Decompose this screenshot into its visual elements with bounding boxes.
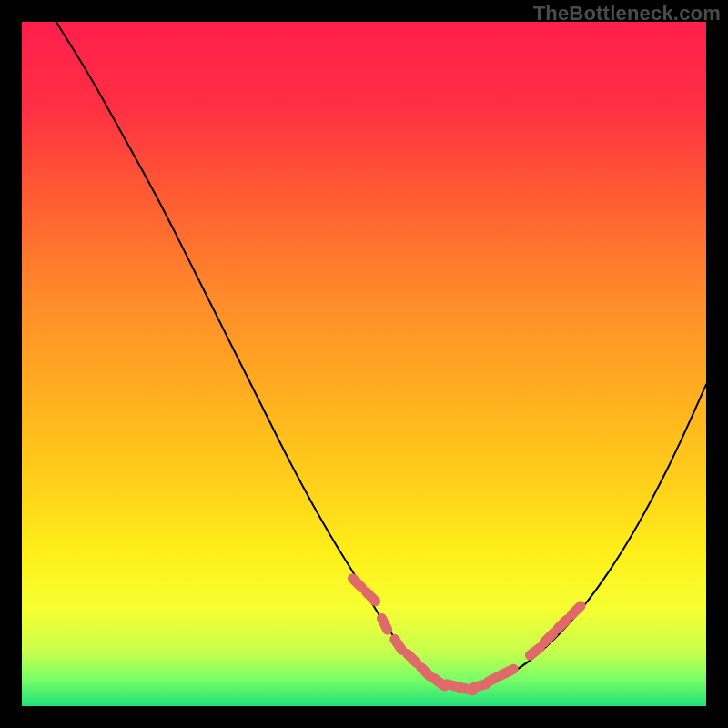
- marker-point: [395, 639, 402, 650]
- marker-point: [353, 579, 362, 588]
- marker-point: [571, 606, 581, 615]
- chart-background: [22, 22, 706, 706]
- chart-svg: [22, 22, 706, 706]
- chart-frame: [22, 22, 706, 706]
- marker-point: [408, 653, 417, 662]
- marker-point: [502, 669, 514, 674]
- marker-point: [381, 618, 387, 630]
- marker-point: [367, 592, 376, 602]
- marker-point: [544, 633, 553, 642]
- marker-point: [558, 620, 567, 629]
- marker-point: [421, 667, 430, 676]
- marker-point: [530, 648, 540, 655]
